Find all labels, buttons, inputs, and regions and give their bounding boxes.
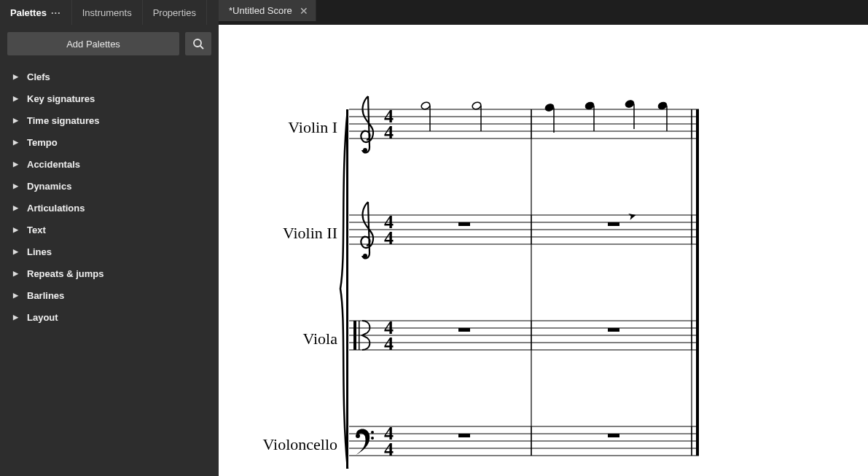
palette-item-label: Barlines — [27, 290, 64, 301]
palette-item-articulations[interactable]: ▶Articulations — [0, 197, 219, 219]
palette-item-label: Text — [27, 225, 46, 235]
palette-item-label: Key signatures — [27, 93, 95, 104]
document-tab[interactable]: *Untitled Score ✕ — [219, 0, 316, 21]
tab-palettes[interactable]: Palettes ··· — [0, 0, 72, 25]
chevron-right-icon: ▶ — [13, 95, 18, 102]
chevron-right-icon: ▶ — [13, 117, 18, 124]
svg-line-1 — [200, 46, 203, 49]
palette-item-dynamics[interactable]: ▶Dynamics — [0, 175, 219, 197]
chevron-right-icon: ▶ — [13, 204, 18, 211]
chevron-right-icon: ▶ — [13, 313, 18, 321]
score-canvas[interactable]: Violin I 4 4 — [219, 25, 868, 476]
document-tabs: *Untitled Score ✕ — [219, 0, 868, 25]
palette-item-key-signatures[interactable]: ▶Key signatures — [0, 87, 219, 109]
tab-instruments[interactable]: Instruments — [72, 0, 143, 25]
close-icon[interactable]: ✕ — [300, 5, 308, 17]
search-icon — [192, 38, 204, 50]
chevron-right-icon: ▶ — [13, 270, 18, 277]
palette-item-repeats-jumps[interactable]: ▶Repeats & jumps — [0, 262, 219, 284]
palette-item-barlines[interactable]: ▶Barlines — [0, 284, 219, 306]
panel-tabs: Palettes ··· Instruments Properties — [0, 0, 219, 25]
tab-properties[interactable]: Properties — [143, 0, 207, 25]
chevron-right-icon: ▶ — [13, 160, 18, 168]
search-button[interactable] — [185, 32, 211, 55]
tab-instruments-label: Instruments — [82, 7, 132, 18]
document-tab-title: *Untitled Score — [229, 5, 292, 16]
instrument-label: Violin II — [283, 224, 337, 243]
palette-item-label: Tempo — [27, 137, 58, 148]
palette-item-label: Dynamics — [27, 181, 71, 192]
chevron-right-icon: ▶ — [13, 292, 18, 299]
chevron-right-icon: ▶ — [13, 73, 18, 80]
palette-item-clefs[interactable]: ▶Clefs — [0, 66, 219, 87]
palette-item-text[interactable]: ▶Text — [0, 219, 219, 241]
palette-item-accidentals[interactable]: ▶Accidentals — [0, 153, 219, 175]
palette-list: ▶Clefs ▶Key signatures ▶Time signatures … — [0, 63, 219, 331]
chevron-right-icon: ▶ — [13, 138, 18, 146]
palette-item-label: Clefs — [27, 71, 50, 82]
add-palettes-button[interactable]: Add Palettes — [7, 32, 179, 55]
tab-properties-label: Properties — [153, 7, 196, 18]
svg-point-0 — [194, 39, 201, 47]
tab-palettes-menu-icon[interactable]: ··· — [51, 7, 61, 18]
palette-item-lines[interactable]: ▶Lines — [0, 241, 219, 262]
svg-point-16 — [625, 99, 635, 109]
tab-palettes-label: Palettes — [10, 7, 47, 18]
palettes-panel: Add Palettes ▶Clefs ▶Key signatures ▶Tim… — [0, 25, 219, 476]
palette-item-label: Lines — [27, 246, 52, 257]
palette-item-time-signatures[interactable]: ▶Time signatures — [0, 109, 219, 131]
palette-item-label: Repeats & jumps — [27, 268, 103, 279]
palette-item-label: Time signatures — [27, 115, 99, 126]
palette-item-label: Articulations — [27, 203, 85, 214]
instrument-label: Violoncello — [262, 435, 337, 454]
palette-item-tempo[interactable]: ▶Tempo — [0, 131, 219, 153]
palette-item-layout[interactable]: ▶Layout — [0, 306, 219, 328]
system-barline — [346, 109, 348, 469]
palette-item-label: Accidentals — [27, 159, 80, 170]
chevron-right-icon: ▶ — [13, 248, 18, 255]
instrument-label: Viola — [302, 329, 337, 348]
instrument-label: Violin I — [288, 118, 337, 137]
chevron-right-icon: ▶ — [13, 226, 18, 233]
chevron-right-icon: ▶ — [13, 182, 18, 190]
palette-item-label: Layout — [27, 312, 58, 323]
